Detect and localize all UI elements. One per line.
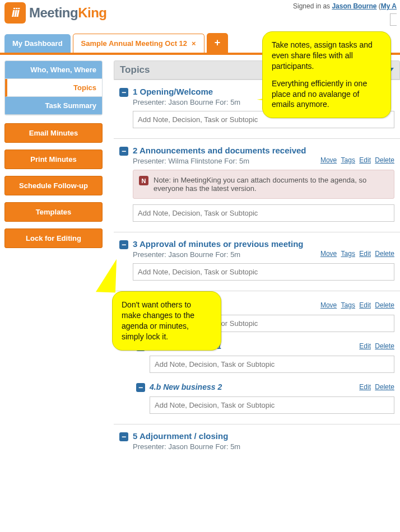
tags-link[interactable]: Tags	[341, 301, 355, 309]
move-link[interactable]: Move	[320, 301, 337, 309]
add-note-input[interactable]	[133, 263, 394, 281]
topic-item: − 3 Approval of minutes or previous meet…	[114, 232, 400, 291]
topic-title[interactable]: 2 Announcements and documents received	[133, 146, 306, 155]
topic-title[interactable]: 1 Opening/Welcome	[133, 87, 213, 96]
my-account-link[interactable]: My A	[381, 2, 397, 10]
edit-link[interactable]: Edit	[359, 383, 371, 391]
subtopic-item: − 4.b New business 2 Edit Delete	[136, 382, 394, 414]
subtopic-title[interactable]: 4.b New business 2	[150, 382, 222, 391]
edit-link[interactable]: Edit	[359, 301, 371, 309]
topic-item: − 2 Announcements and documents received…	[114, 138, 400, 232]
email-minutes-button[interactable]: Email Minutes	[4, 123, 103, 143]
edit-link[interactable]: Edit	[359, 156, 371, 164]
help-bubble-notes: Take notes, assign tasks and even share …	[262, 31, 391, 118]
nav-list: Who, When, Where Topics Task Summary	[4, 60, 103, 115]
lock-editing-button[interactable]: Lock for Editing	[4, 228, 103, 248]
logo-icon: iii	[4, 2, 26, 24]
nav-topics[interactable]: Topics	[5, 79, 102, 97]
delete-link[interactable]: Delete	[375, 383, 394, 391]
collapse-icon[interactable]: −	[119, 147, 128, 156]
collapse-icon[interactable]: −	[119, 432, 128, 441]
tab-active-label: Sample Annual Meeting Oct 12	[81, 39, 188, 48]
subtopic-actions: Edit Delete	[357, 342, 394, 350]
user-link[interactable]: Jason Bourne	[332, 2, 376, 10]
delete-link[interactable]: Delete	[375, 301, 394, 309]
signed-in-text: Signed in as Jason Bourne (My A	[293, 2, 397, 10]
print-minutes-button[interactable]: Print Minutes	[4, 150, 103, 169]
add-note-input[interactable]	[150, 356, 394, 373]
add-note-input[interactable]	[133, 204, 394, 222]
new-tab-button[interactable]: +	[207, 33, 229, 53]
logo[interactable]: iii MeetingKing	[4, 2, 107, 24]
collapse-icon[interactable]: −	[136, 383, 145, 392]
tab-dashboard[interactable]: My Dashboard	[4, 34, 71, 53]
add-note-input[interactable]	[150, 396, 394, 414]
tooltip-tail	[96, 258, 117, 292]
topic-title[interactable]: 5 Adjournment / closing	[133, 431, 228, 441]
templates-button[interactable]: Templates	[4, 202, 103, 222]
presenter-text: Presenter: Jason Bourne For: 5m	[133, 442, 394, 451]
delete-link[interactable]: Delete	[375, 250, 394, 258]
topic-title[interactable]: 3 Approval of minutes or previous meetin…	[133, 239, 304, 249]
nav-task-summary[interactable]: Task Summary	[5, 97, 102, 115]
note-callout: N Note: in MeetingKing you can attach do…	[133, 170, 394, 199]
tags-link[interactable]: Tags	[341, 156, 355, 164]
logo-text: MeetingKing	[29, 5, 107, 21]
nav-who-when-where[interactable]: Who, When, Where	[5, 61, 102, 79]
move-link[interactable]: Move	[320, 156, 337, 164]
edit-link[interactable]: Edit	[359, 250, 371, 258]
tab-active-meeting[interactable]: Sample Annual Meeting Oct 12 ×	[73, 34, 204, 53]
close-tab-icon[interactable]: ×	[192, 39, 196, 48]
delete-link[interactable]: Delete	[375, 156, 394, 164]
panel-title: Topics	[120, 64, 150, 76]
subtopic-actions: Edit Delete	[357, 383, 394, 391]
search-stub[interactable]	[293, 13, 397, 27]
main-panel: Topics − 1 Opening/Welcome Presenter: Ja…	[114, 60, 400, 461]
sidebar: Who, When, Where Topics Task Summary Ema…	[4, 60, 103, 255]
schedule-followup-button[interactable]: Schedule Follow-up	[4, 176, 103, 195]
move-link[interactable]: Move	[320, 250, 337, 258]
delete-link[interactable]: Delete	[375, 342, 394, 350]
collapse-icon[interactable]: −	[119, 240, 128, 249]
edit-link[interactable]: Edit	[359, 342, 371, 350]
help-bubble-lock: Don't want others to make changes to the…	[112, 291, 221, 351]
tags-link[interactable]: Tags	[341, 250, 355, 258]
note-icon: N	[139, 176, 148, 185]
topic-item: − 5 Adjournment / closing Presenter: Jas…	[114, 424, 400, 461]
collapse-icon[interactable]: −	[119, 88, 128, 97]
